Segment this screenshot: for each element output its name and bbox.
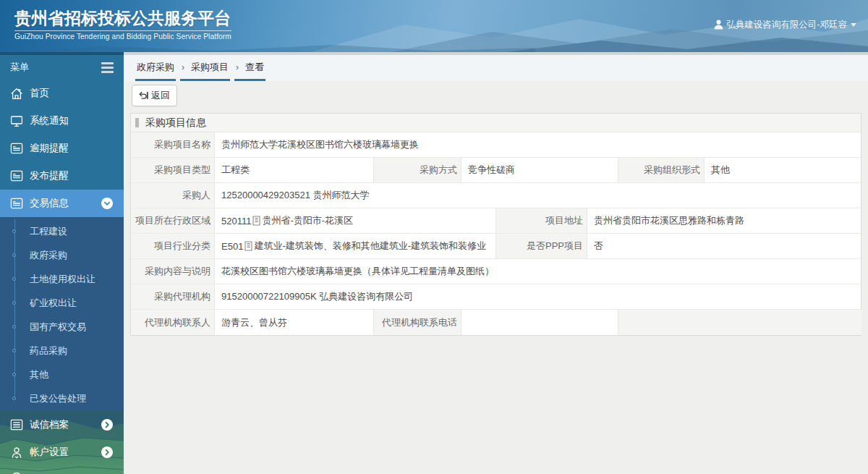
sidebar-item-home[interactable]: 首页 xyxy=(0,80,124,107)
field-value: 12520000429203521 贵州师范大学 xyxy=(215,183,861,208)
bullet-icon xyxy=(12,397,16,400)
breadcrumb-label: 采购项目 xyxy=(191,61,229,74)
submenu-item-label: 矿业权出让 xyxy=(30,297,77,308)
field-label: 采购方式 xyxy=(374,158,461,182)
field-label: 代理机构联系人 xyxy=(131,310,215,335)
site-title: 贵州省招标投标公共服务平台 xyxy=(14,8,231,29)
bullet-icon xyxy=(12,301,16,305)
field-value: 贵州省贵阳市花溪区思雅路和栋青路 xyxy=(587,208,861,233)
sidebar-item-overdue-reminder[interactable]: 逾期提醒 xyxy=(0,135,124,162)
sidebar-item-label: 首页 xyxy=(30,87,49,100)
field-value: 其他 xyxy=(705,158,861,182)
field-value: 花溪校区图书馆六楼玻璃幕墙更换（具体详见工程量清单及图纸） xyxy=(215,259,861,284)
sidebar-menu-header: 菜单 xyxy=(0,55,124,80)
main-content: 政府采购 › 采购项目 › 查看 返回 采购项目信息 采购项目名称 贵州师范大学… xyxy=(124,55,868,474)
field-label: 项目地址 xyxy=(496,208,587,233)
submenu-item-gov-procurement[interactable]: 政府采购 xyxy=(0,243,124,267)
submenu-item-state-property[interactable]: 国有产权交易 xyxy=(0,315,124,339)
field-label: 采购内容与说明 xyxy=(131,259,215,284)
submenu-item-engineering[interactable]: 工程建设 xyxy=(0,219,124,243)
table-row: 项目行业分类 E501 建筑业-建筑装饰、装修和其他建筑业-建筑装饰和装修业 是… xyxy=(131,234,861,259)
brand: 贵州省招标投标公共服务平台 GuiZhou Province Tendering… xyxy=(14,8,231,41)
industry-text: 建筑业-建筑装饰、装修和其他建筑业-建筑装饰和装修业 xyxy=(254,240,486,253)
title-divider xyxy=(14,30,231,31)
sidebar-item-label: 逾期提醒 xyxy=(30,142,69,155)
partial-icon xyxy=(10,471,23,474)
bullet-icon xyxy=(12,253,16,257)
breadcrumb: 政府采购 › 采购项目 › 查看 xyxy=(124,55,868,81)
page-header: 贵州省招标投标公共服务平台 GuiZhou Province Tendering… xyxy=(0,0,868,52)
home-icon xyxy=(10,87,23,100)
field-value: 否 xyxy=(587,234,861,258)
chevron-right-circle-icon xyxy=(101,419,113,433)
section-marker xyxy=(135,118,139,127)
sidebar-item-credit-archive[interactable]: 诚信档案 xyxy=(0,411,124,439)
section-title: 采购项目信息 xyxy=(145,117,206,130)
monitor-icon xyxy=(10,114,23,127)
back-button[interactable]: 返回 xyxy=(132,85,177,106)
sidebar-item-transaction-info[interactable]: 交易信息 xyxy=(0,190,124,217)
breadcrumb-label: 政府采购 xyxy=(137,61,174,74)
field-value: 游青云、曾从芬 xyxy=(215,310,374,335)
field-label: 采购项目名称 xyxy=(131,132,215,157)
sidebar-item-label: 系统通知 xyxy=(30,114,69,127)
field-value: 工程类 xyxy=(215,158,374,182)
breadcrumb-item-procurement-project[interactable]: › 采购项目 xyxy=(180,56,230,81)
breadcrumb-separator: › xyxy=(182,62,184,72)
sidebar-item-label: 交易信息 xyxy=(30,197,69,210)
sidebar-item-notifications[interactable]: 系统通知 xyxy=(0,107,124,135)
user-name: 弘典建设咨询有限公司-邓廷容 xyxy=(726,19,847,31)
table-row: 采购人 12520000429203521 贵州师范大学 xyxy=(131,183,861,208)
field-value: 贵州师范大学花溪校区图书馆六楼玻璃幕墙更换 xyxy=(215,132,861,157)
field-label: 代理机构联系电话 xyxy=(374,310,461,335)
user-menu[interactable]: 弘典建设咨询有限公司-邓廷容 xyxy=(714,18,856,31)
hamburger-icon[interactable] xyxy=(101,60,114,75)
sidebar: 菜单 首页 系统通知 逾期提醒 发布提醒 交易信息 xyxy=(0,55,124,474)
toolbar: 返回 xyxy=(124,81,868,110)
bullet-icon xyxy=(12,277,16,281)
field-label: 采购人 xyxy=(131,183,215,208)
field-value: E501 建筑业-建筑装饰、装修和其他建筑业-建筑装饰和装修业 xyxy=(215,234,496,258)
breadcrumb-item-gov-procurement[interactable]: 政府采购 xyxy=(135,56,176,81)
sidebar-item-publish-reminder[interactable]: 发布提醒 xyxy=(0,162,124,190)
field-value xyxy=(461,310,618,335)
submenu-item-land-use[interactable]: 土地使用权出让 xyxy=(0,267,124,291)
user-icon xyxy=(714,20,723,30)
submenu-item-other[interactable]: 其他 xyxy=(0,363,124,386)
bullet-icon xyxy=(12,349,16,352)
table-row: 代理机构联系人 游青云、曾从芬 代理机构联系电话 xyxy=(131,310,861,335)
field-value: 91520000722109905K 弘典建设咨询有限公司 xyxy=(215,284,861,309)
project-info-panel: 采购项目信息 采购项目名称 贵州师范大学花溪校区图书馆六楼玻璃幕墙更换 采购项目… xyxy=(130,113,861,336)
chevron-down-icon xyxy=(851,23,856,27)
table-row: 采购项目名称 贵州师范大学花溪校区图书馆六楼玻璃幕墙更换 xyxy=(131,132,861,158)
folder-icon xyxy=(10,169,23,182)
breadcrumb-label: 查看 xyxy=(245,61,264,74)
bullet-icon xyxy=(12,325,16,329)
field-label: 项目行业分类 xyxy=(131,234,215,258)
sidebar-item-account-settings[interactable]: 帐户设置 xyxy=(0,439,124,466)
chevron-down-circle-icon xyxy=(101,198,113,211)
submenu-item-published-notices[interactable]: 已发公告处理 xyxy=(0,386,124,410)
submenu-item-label: 其他 xyxy=(30,369,48,380)
submenu-item-label: 土地使用权出让 xyxy=(30,274,95,284)
table-row: 项目所在行政区域 520111 贵州省-贵阳市-花溪区 项目地址 贵州省贵阳市花… xyxy=(131,208,861,234)
submenu-item-label: 工程建设 xyxy=(30,226,67,237)
submenu-item-drug-procurement[interactable]: 药品采购 xyxy=(0,339,124,363)
field-value: 520111 贵州省-贵阳市-花溪区 xyxy=(215,208,496,233)
field-label: 采购项目类型 xyxy=(131,158,215,182)
archive-icon xyxy=(10,418,23,431)
submenu-item-label: 政府采购 xyxy=(30,250,67,261)
sidebar-item-partial[interactable] xyxy=(0,466,124,474)
submenu-item-label: 药品采购 xyxy=(30,345,67,356)
back-icon xyxy=(138,90,148,101)
submenu-item-mining-rights[interactable]: 矿业权出让 xyxy=(0,291,124,315)
breadcrumb-separator: › xyxy=(236,62,239,72)
table-row: 采购内容与说明 花溪校区图书馆六楼玻璃幕墙更换（具体详见工程量清单及图纸） xyxy=(131,259,861,284)
breadcrumb-item-view[interactable]: › 查看 xyxy=(234,56,265,81)
table-row: 采购项目类型 工程类 采购方式 竞争性磋商 采购组织形式 其他 xyxy=(131,158,861,183)
submenu-item-label: 国有产权交易 xyxy=(30,321,86,332)
field-value: 竞争性磋商 xyxy=(461,158,618,182)
folder-icon xyxy=(10,197,23,210)
sidebar-item-label: 帐户设置 xyxy=(30,446,69,459)
field-label: 是否PPP项目 xyxy=(496,234,587,258)
